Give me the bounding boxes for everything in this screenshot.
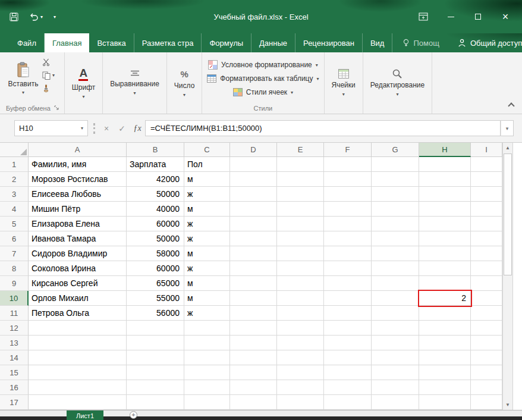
cell-H17[interactable]: [419, 395, 471, 410]
formula-bar-expand-button[interactable]: ▾: [501, 120, 514, 136]
cell-G6[interactable]: [372, 231, 419, 246]
cell-I3[interactable]: [471, 187, 502, 202]
cell-A12[interactable]: [29, 321, 127, 336]
cell-F8[interactable]: [324, 261, 372, 276]
cell-C7[interactable]: м: [184, 246, 230, 261]
sheet-tab[interactable]: Лист1: [67, 410, 103, 420]
cell-E12[interactable]: [277, 321, 324, 336]
font-group-button[interactable]: А Шрифт ▾: [65, 52, 103, 114]
cell-H15[interactable]: [419, 365, 471, 380]
cell-A14[interactable]: [29, 350, 127, 365]
cell-H11[interactable]: [419, 306, 471, 321]
paste-button[interactable]: Вставить ▾: [6, 54, 40, 103]
cell-H2[interactable]: [419, 172, 471, 187]
cell-F4[interactable]: [324, 202, 372, 217]
cell-B6[interactable]: 50000: [127, 231, 184, 246]
cell-F3[interactable]: [324, 187, 372, 202]
column-header-C[interactable]: C: [184, 143, 230, 157]
cell-E8[interactable]: [277, 261, 324, 276]
row-header-9[interactable]: 9: [0, 276, 29, 291]
cell-C5[interactable]: ж: [184, 217, 230, 231]
cell-G15[interactable]: [372, 365, 419, 380]
cell-G8[interactable]: [372, 261, 419, 276]
cell-D5[interactable]: [230, 217, 277, 231]
cell-A13[interactable]: [29, 336, 127, 350]
cell-F10[interactable]: [324, 291, 372, 306]
cell-A4[interactable]: Мишин Пётр: [29, 202, 127, 217]
formula-bar-splitter[interactable]: [93, 123, 95, 134]
customize-qat-button[interactable]: ▾: [54, 14, 56, 20]
cell-A16[interactable]: [29, 380, 127, 395]
cell-D2[interactable]: [230, 172, 277, 187]
cell-E2[interactable]: [277, 172, 324, 187]
save-button[interactable]: [10, 12, 18, 21]
cell-C8[interactable]: ж: [184, 261, 230, 276]
column-header-E[interactable]: E: [277, 143, 324, 157]
cancel-icon[interactable]: ×: [99, 120, 114, 136]
maximize-button[interactable]: [467, 8, 489, 26]
collapse-ribbon-button[interactable]: [508, 102, 514, 109]
cell-I4[interactable]: [471, 202, 502, 217]
cut-button[interactable]: [42, 58, 55, 67]
row-header-6[interactable]: 6: [0, 231, 29, 246]
cell-E13[interactable]: [277, 336, 324, 350]
cell-H16[interactable]: [419, 380, 471, 395]
row-header-5[interactable]: 5: [0, 217, 29, 231]
cell-E10[interactable]: [277, 291, 324, 306]
cell-A7[interactable]: Сидоров Владимир: [29, 246, 127, 261]
close-button[interactable]: ×: [495, 8, 516, 26]
row-header-1[interactable]: 1: [0, 157, 29, 172]
tab-формулы[interactable]: Формулы: [202, 33, 251, 52]
cell-B2[interactable]: 42000: [127, 172, 184, 187]
cell-F11[interactable]: [324, 306, 372, 321]
cell-D14[interactable]: [230, 350, 277, 365]
cell-C4[interactable]: м: [184, 202, 230, 217]
share-button[interactable]: Общий доступ: [447, 33, 522, 52]
tab-вид[interactable]: Вид: [363, 33, 393, 52]
cell-E5[interactable]: [277, 217, 324, 231]
cell-E3[interactable]: [277, 187, 324, 202]
cell-I13[interactable]: [471, 336, 502, 350]
cell-B5[interactable]: 60000: [127, 217, 184, 231]
cell-B17[interactable]: [127, 395, 184, 410]
cell-B7[interactable]: 58000: [127, 246, 184, 261]
cell-H9[interactable]: [419, 276, 471, 291]
cell-I6[interactable]: [471, 231, 502, 246]
cell-G2[interactable]: [372, 172, 419, 187]
cell-G14[interactable]: [372, 350, 419, 365]
cell-B10[interactable]: 55000: [127, 291, 184, 306]
undo-button[interactable]: ▾: [29, 13, 43, 21]
cell-I2[interactable]: [471, 172, 502, 187]
cell-F15[interactable]: [324, 365, 372, 380]
cell-G9[interactable]: [372, 276, 419, 291]
cell-I1[interactable]: [471, 157, 502, 172]
tab-help[interactable]: Помощ: [395, 33, 446, 52]
tab-вставка[interactable]: Вставка: [89, 33, 134, 52]
cell-B14[interactable]: [127, 350, 184, 365]
cell-E4[interactable]: [277, 202, 324, 217]
cell-D16[interactable]: [230, 380, 277, 395]
cell-I10[interactable]: [471, 291, 502, 306]
row-header-16[interactable]: 16: [0, 380, 29, 395]
tab-данные[interactable]: Данные: [251, 33, 295, 52]
row-header-11[interactable]: 11: [0, 306, 29, 321]
column-header-A[interactable]: A: [29, 143, 127, 157]
cell-G17[interactable]: [372, 395, 419, 410]
column-header-G[interactable]: G: [372, 143, 419, 157]
cell-A15[interactable]: [29, 365, 127, 380]
copy-button[interactable]: ▾: [42, 71, 55, 80]
cell-E9[interactable]: [277, 276, 324, 291]
format-as-table-button[interactable]: Форматировать как таблицу ▾: [207, 73, 319, 84]
cell-A8[interactable]: Соколова Ирина: [29, 261, 127, 276]
cell-C14[interactable]: [184, 350, 230, 365]
cell-I8[interactable]: [471, 261, 502, 276]
cell-A1[interactable]: Фамилия, имя: [29, 157, 127, 172]
cell-E16[interactable]: [277, 380, 324, 395]
select-all-corner[interactable]: [0, 143, 29, 157]
cell-C11[interactable]: ж: [184, 306, 230, 321]
cell-C16[interactable]: [184, 380, 230, 395]
cell-H12[interactable]: [419, 321, 471, 336]
cell-G13[interactable]: [372, 336, 419, 350]
cell-B12[interactable]: [127, 321, 184, 336]
cell-C3[interactable]: ж: [184, 187, 230, 202]
